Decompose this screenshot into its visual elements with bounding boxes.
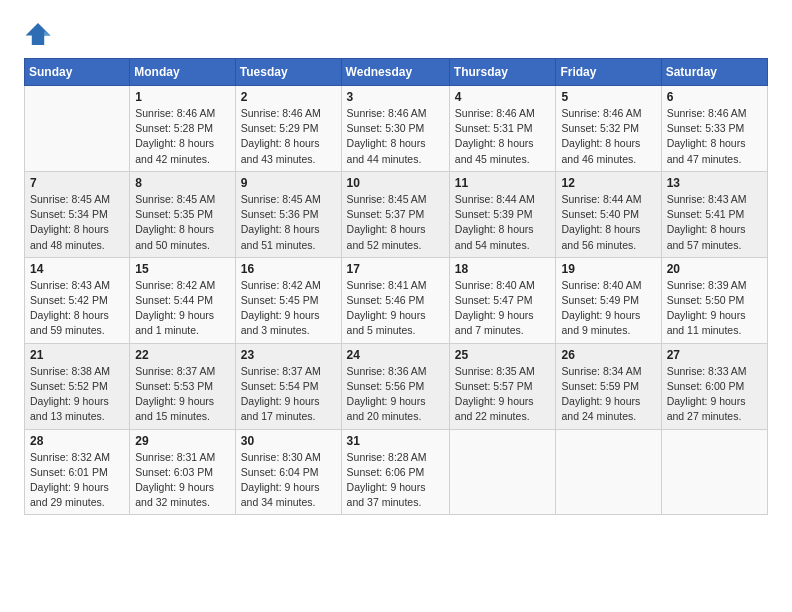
day-detail: Sunrise: 8:44 AMSunset: 5:40 PMDaylight:… [561,192,655,253]
week-row-4: 28Sunrise: 8:32 AMSunset: 6:01 PMDayligh… [25,429,768,515]
day-number: 23 [241,348,336,362]
day-number: 31 [347,434,444,448]
week-row-2: 14Sunrise: 8:43 AMSunset: 5:42 PMDayligh… [25,257,768,343]
weekday-header-monday: Monday [130,59,236,86]
calendar-cell: 2Sunrise: 8:46 AMSunset: 5:29 PMDaylight… [235,86,341,172]
day-number: 22 [135,348,230,362]
calendar-cell: 16Sunrise: 8:42 AMSunset: 5:45 PMDayligh… [235,257,341,343]
calendar-cell: 30Sunrise: 8:30 AMSunset: 6:04 PMDayligh… [235,429,341,515]
day-number: 29 [135,434,230,448]
calendar-cell: 15Sunrise: 8:42 AMSunset: 5:44 PMDayligh… [130,257,236,343]
calendar-cell [449,429,556,515]
day-detail: Sunrise: 8:46 AMSunset: 5:32 PMDaylight:… [561,106,655,167]
day-detail: Sunrise: 8:39 AMSunset: 5:50 PMDaylight:… [667,278,762,339]
calendar-table: SundayMondayTuesdayWednesdayThursdayFrid… [24,58,768,515]
day-number: 25 [455,348,551,362]
calendar-cell: 3Sunrise: 8:46 AMSunset: 5:30 PMDaylight… [341,86,449,172]
calendar-cell: 11Sunrise: 8:44 AMSunset: 5:39 PMDayligh… [449,171,556,257]
calendar-cell: 9Sunrise: 8:45 AMSunset: 5:36 PMDaylight… [235,171,341,257]
day-number: 3 [347,90,444,104]
day-detail: Sunrise: 8:43 AMSunset: 5:41 PMDaylight:… [667,192,762,253]
day-detail: Sunrise: 8:45 AMSunset: 5:37 PMDaylight:… [347,192,444,253]
weekday-header-tuesday: Tuesday [235,59,341,86]
day-number: 17 [347,262,444,276]
calendar-cell: 7Sunrise: 8:45 AMSunset: 5:34 PMDaylight… [25,171,130,257]
day-detail: Sunrise: 8:37 AMSunset: 5:53 PMDaylight:… [135,364,230,425]
day-detail: Sunrise: 8:40 AMSunset: 5:49 PMDaylight:… [561,278,655,339]
calendar-cell: 26Sunrise: 8:34 AMSunset: 5:59 PMDayligh… [556,343,661,429]
calendar-cell: 5Sunrise: 8:46 AMSunset: 5:32 PMDaylight… [556,86,661,172]
calendar-cell: 22Sunrise: 8:37 AMSunset: 5:53 PMDayligh… [130,343,236,429]
day-detail: Sunrise: 8:46 AMSunset: 5:31 PMDaylight:… [455,106,551,167]
weekday-header-thursday: Thursday [449,59,556,86]
day-detail: Sunrise: 8:30 AMSunset: 6:04 PMDaylight:… [241,450,336,511]
day-number: 15 [135,262,230,276]
logo-icon [24,20,52,48]
calendar-cell: 12Sunrise: 8:44 AMSunset: 5:40 PMDayligh… [556,171,661,257]
weekday-header-row: SundayMondayTuesdayWednesdayThursdayFrid… [25,59,768,86]
calendar-cell: 20Sunrise: 8:39 AMSunset: 5:50 PMDayligh… [661,257,767,343]
header [24,20,768,48]
calendar-cell: 14Sunrise: 8:43 AMSunset: 5:42 PMDayligh… [25,257,130,343]
day-number: 6 [667,90,762,104]
day-number: 14 [30,262,124,276]
week-row-3: 21Sunrise: 8:38 AMSunset: 5:52 PMDayligh… [25,343,768,429]
day-detail: Sunrise: 8:33 AMSunset: 6:00 PMDaylight:… [667,364,762,425]
day-detail: Sunrise: 8:40 AMSunset: 5:47 PMDaylight:… [455,278,551,339]
page: SundayMondayTuesdayWednesdayThursdayFrid… [0,0,792,612]
weekday-header-sunday: Sunday [25,59,130,86]
day-number: 9 [241,176,336,190]
day-detail: Sunrise: 8:35 AMSunset: 5:57 PMDaylight:… [455,364,551,425]
day-number: 11 [455,176,551,190]
day-number: 28 [30,434,124,448]
weekday-header-friday: Friday [556,59,661,86]
calendar-cell: 18Sunrise: 8:40 AMSunset: 5:47 PMDayligh… [449,257,556,343]
day-detail: Sunrise: 8:42 AMSunset: 5:45 PMDaylight:… [241,278,336,339]
calendar-cell: 27Sunrise: 8:33 AMSunset: 6:00 PMDayligh… [661,343,767,429]
day-detail: Sunrise: 8:37 AMSunset: 5:54 PMDaylight:… [241,364,336,425]
calendar-cell: 21Sunrise: 8:38 AMSunset: 5:52 PMDayligh… [25,343,130,429]
day-number: 27 [667,348,762,362]
day-detail: Sunrise: 8:36 AMSunset: 5:56 PMDaylight:… [347,364,444,425]
day-detail: Sunrise: 8:46 AMSunset: 5:33 PMDaylight:… [667,106,762,167]
day-number: 2 [241,90,336,104]
calendar-cell [556,429,661,515]
day-detail: Sunrise: 8:41 AMSunset: 5:46 PMDaylight:… [347,278,444,339]
day-number: 10 [347,176,444,190]
day-number: 13 [667,176,762,190]
day-number: 16 [241,262,336,276]
calendar-cell: 25Sunrise: 8:35 AMSunset: 5:57 PMDayligh… [449,343,556,429]
day-detail: Sunrise: 8:38 AMSunset: 5:52 PMDaylight:… [30,364,124,425]
calendar-cell [661,429,767,515]
calendar-cell [25,86,130,172]
day-detail: Sunrise: 8:45 AMSunset: 5:36 PMDaylight:… [241,192,336,253]
day-detail: Sunrise: 8:32 AMSunset: 6:01 PMDaylight:… [30,450,124,511]
day-number: 19 [561,262,655,276]
day-detail: Sunrise: 8:34 AMSunset: 5:59 PMDaylight:… [561,364,655,425]
day-number: 7 [30,176,124,190]
day-number: 12 [561,176,655,190]
day-number: 24 [347,348,444,362]
day-number: 26 [561,348,655,362]
day-detail: Sunrise: 8:44 AMSunset: 5:39 PMDaylight:… [455,192,551,253]
day-detail: Sunrise: 8:28 AMSunset: 6:06 PMDaylight:… [347,450,444,511]
logo [24,20,56,48]
day-detail: Sunrise: 8:45 AMSunset: 5:34 PMDaylight:… [30,192,124,253]
calendar-cell: 10Sunrise: 8:45 AMSunset: 5:37 PMDayligh… [341,171,449,257]
calendar-cell: 17Sunrise: 8:41 AMSunset: 5:46 PMDayligh… [341,257,449,343]
calendar-cell: 28Sunrise: 8:32 AMSunset: 6:01 PMDayligh… [25,429,130,515]
day-detail: Sunrise: 8:46 AMSunset: 5:30 PMDaylight:… [347,106,444,167]
calendar-cell: 19Sunrise: 8:40 AMSunset: 5:49 PMDayligh… [556,257,661,343]
day-detail: Sunrise: 8:45 AMSunset: 5:35 PMDaylight:… [135,192,230,253]
week-row-0: 1Sunrise: 8:46 AMSunset: 5:28 PMDaylight… [25,86,768,172]
day-number: 4 [455,90,551,104]
day-detail: Sunrise: 8:46 AMSunset: 5:28 PMDaylight:… [135,106,230,167]
day-number: 30 [241,434,336,448]
weekday-header-saturday: Saturday [661,59,767,86]
day-number: 20 [667,262,762,276]
calendar-cell: 31Sunrise: 8:28 AMSunset: 6:06 PMDayligh… [341,429,449,515]
day-number: 18 [455,262,551,276]
day-number: 21 [30,348,124,362]
day-number: 5 [561,90,655,104]
calendar-cell: 13Sunrise: 8:43 AMSunset: 5:41 PMDayligh… [661,171,767,257]
